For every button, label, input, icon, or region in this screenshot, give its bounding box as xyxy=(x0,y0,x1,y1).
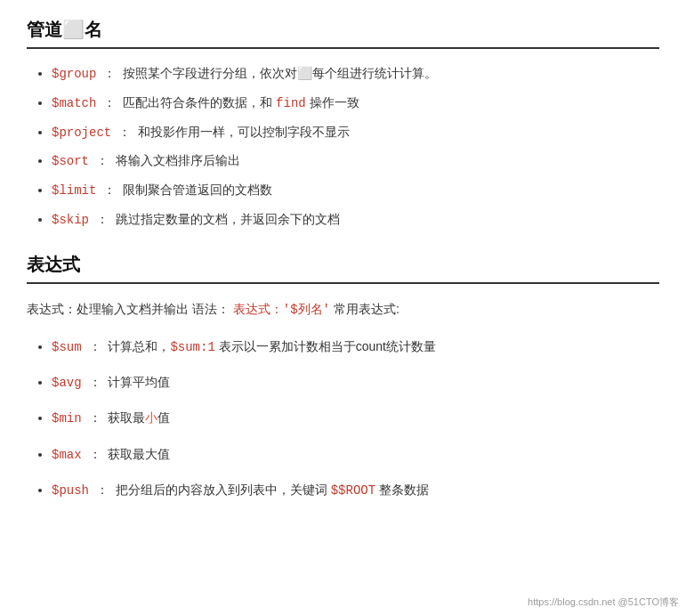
expr-item-min: $min ： 获取最小值 xyxy=(52,407,659,430)
section1-title: 管道⬜名 xyxy=(27,18,659,49)
code-group: $group xyxy=(52,67,96,81)
intro-code: 表达式：'$列名' xyxy=(233,303,330,317)
code-max: $max xyxy=(52,448,82,462)
desc-push: 把分组后的内容放入到列表中，关键词 $$ROOT 整条数据 xyxy=(116,482,429,497)
desc-max: 获取最大值 xyxy=(108,447,170,461)
expr-item-avg: $avg ： 计算平均值 xyxy=(52,371,659,394)
expr-item-push: $push ： 把分组后的内容放入到列表中，关键词 $$ROOT 整条数据 xyxy=(52,479,659,502)
list-item: $group ： 按照某个字段进行分组，依次对⬜每个组进行统计计算。 xyxy=(52,63,659,85)
desc-avg: 计算平均值 xyxy=(108,375,170,389)
desc-match: 匹配出符合条件的数据，和 find 操作一致 xyxy=(123,95,359,109)
list-item: $sort ： 将输入文档排序后输出 xyxy=(52,150,659,173)
intro-suffix: 常用表达式: xyxy=(334,302,399,316)
section2-intro: 表达式：处理输入文档并输出 语法： 表达式：'$列名' 常用表达式: xyxy=(27,298,659,321)
expression-list: $sum ： 计算总和，$sum:1 表示以一累加计数相当于count统计数量 … xyxy=(27,336,659,502)
code-project: $project xyxy=(52,126,111,140)
desc-sort: 将输入文档排序后输出 xyxy=(116,153,240,167)
list-item: $project ： 和投影作用一样，可以控制字段不显示 xyxy=(52,122,659,144)
desc-sum: 计算总和，$sum:1 表示以一累加计数相当于count统计数量 xyxy=(108,339,436,353)
watermark: https://blog.csdn.net @51CTO博客 xyxy=(528,596,679,609)
list-item: $skip ： 跳过指定数量的文档，并返回余下的文档 xyxy=(52,209,659,231)
pipeline-list: $group ： 按照某个字段进行分组，依次对⬜每个组进行统计计算。 $matc… xyxy=(27,63,659,231)
desc-skip: 跳过指定数量的文档，并返回余下的文档 xyxy=(116,212,340,226)
desc-project: 和投影作用一样，可以控制字段不显示 xyxy=(138,125,350,139)
list-item: $match ： 匹配出符合条件的数据，和 find 操作一致 xyxy=(52,93,659,115)
desc-group: 按照某个字段进行分组，依次对⬜每个组进行统计计算。 xyxy=(123,66,437,80)
code-min: $min xyxy=(52,411,82,426)
code-skip: $skip xyxy=(52,213,89,227)
code-limit: $limit xyxy=(52,183,96,198)
intro-prefix: 表达式：处理输入文档并输出 语法： xyxy=(27,302,230,316)
code-sum: $sum xyxy=(52,340,82,354)
code-avg: $avg xyxy=(52,376,82,390)
desc-limit: 限制聚合管道返回的文档数 xyxy=(123,182,272,197)
expr-item-sum: $sum ： 计算总和，$sum:1 表示以一累加计数相当于count统计数量 xyxy=(52,336,659,359)
desc-min: 获取最小值 xyxy=(108,410,170,425)
code-push: $push xyxy=(52,483,89,498)
code-match: $match xyxy=(52,96,96,110)
section2-title: 表达式 xyxy=(27,253,659,284)
code-sort: $sort xyxy=(52,154,89,168)
expr-item-max: $max ： 获取最大值 xyxy=(52,443,659,466)
list-item: $limit ： 限制聚合管道返回的文档数 xyxy=(52,180,659,202)
